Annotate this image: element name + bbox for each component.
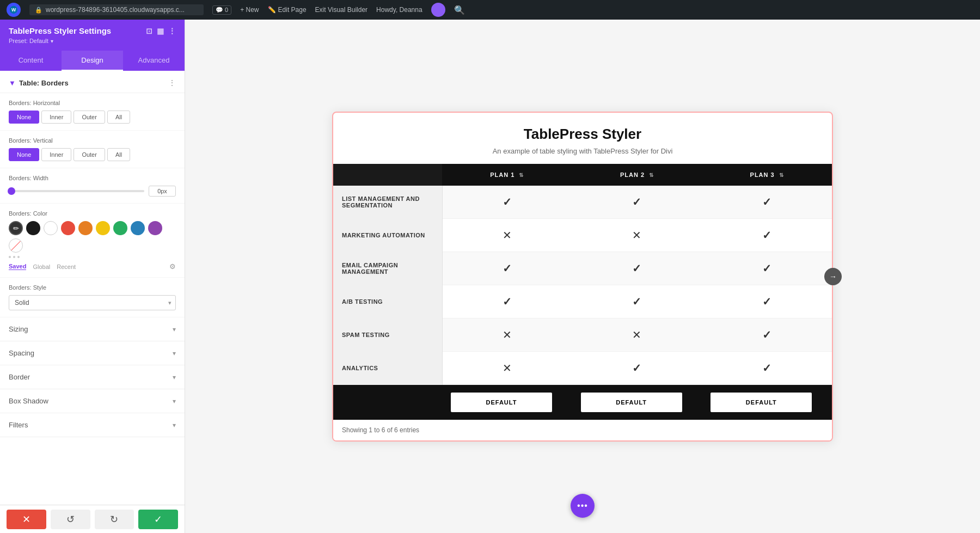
color-swatch-black[interactable] [26, 221, 40, 235]
check-icon: ✓ [762, 296, 771, 308]
cross-icon: ✕ [503, 229, 512, 241]
col-header-plan2[interactable]: PLAN 2 ⇅ [572, 164, 702, 186]
edit-page-button[interactable]: ✏️ Edit Page [268, 6, 307, 14]
cell-plan1-0: ✓ [442, 186, 572, 219]
color-swatch-clear[interactable] [9, 238, 23, 253]
color-tab-recent[interactable]: Recent [57, 264, 76, 270]
tab-design[interactable]: Design [62, 51, 123, 71]
footer-plan2-btn[interactable]: DEFAULT [581, 393, 682, 412]
sizing-section[interactable]: Sizing ▾ [0, 317, 185, 341]
color-swatch-purple[interactable] [148, 221, 162, 235]
table-row: LIST MANAGEMENT AND SEGMENTATION✓✓✓ [333, 186, 832, 219]
slider-thumb[interactable] [8, 187, 15, 195]
cell-plan2-2: ✓ [572, 252, 702, 285]
color-swatch-green[interactable] [113, 221, 127, 235]
new-button[interactable]: + New [240, 6, 259, 14]
cell-feature-5: ANALYTICS [333, 351, 442, 384]
border-v-outer[interactable]: Outer [74, 148, 105, 161]
bottom-bar: ✕ ↺ ↻ ✓ [0, 505, 185, 533]
check-icon: ✓ [503, 296, 512, 308]
filters-section[interactable]: Filters ▾ [0, 413, 185, 437]
box-shadow-section[interactable]: Box Shadow ▾ [0, 389, 185, 413]
redo-button[interactable]: ↻ [95, 510, 134, 529]
spacing-section[interactable]: Spacing ▾ [0, 341, 185, 365]
cell-plan3-2: ✓ [702, 252, 832, 285]
color-dot-2 [13, 256, 15, 258]
sort-icon-plan1: ⇅ [519, 172, 524, 178]
color-settings-icon[interactable]: ⚙ [169, 262, 176, 271]
color-tabs-row: Saved Global Recent ⚙ [9, 262, 176, 271]
border-v-none[interactable]: None [9, 148, 39, 161]
border-h-outer[interactable]: Outer [74, 111, 105, 124]
panel-content: ▼ Table: Borders ⋮ Borders: Horizontal N… [0, 71, 185, 505]
border-h-all[interactable]: All [107, 111, 130, 124]
border-label: Border [9, 373, 30, 381]
undo-button[interactable]: ↺ [51, 510, 90, 529]
panel-title-row: TablePress Styler Settings ⊡ ▦ ⋮ [9, 26, 176, 35]
comment-badge[interactable]: 💬 0 [212, 5, 231, 15]
spacing-label: Spacing [9, 349, 34, 357]
color-swatch-orange[interactable] [78, 221, 93, 235]
borders-style-label: Borders: Style [9, 284, 176, 291]
save-button[interactable]: ✓ [138, 510, 178, 529]
cell-plan3-5: ✓ [702, 351, 832, 384]
footer-plan3-btn[interactable]: DEFAULT [710, 393, 812, 412]
section-action-more[interactable]: ⋮ [168, 78, 176, 87]
check-icon: ✓ [632, 296, 641, 308]
floating-dots-button[interactable]: ••• [571, 494, 595, 518]
footer-plan1-btn[interactable]: DEFAULT [451, 393, 552, 412]
avatar[interactable] [431, 3, 445, 17]
color-swatch-white[interactable] [44, 221, 58, 235]
border-h-none[interactable]: None [9, 111, 39, 124]
borders-horizontal-label: Borders: Horizontal [9, 100, 176, 106]
cell-plan3-3: ✓ [702, 285, 832, 318]
border-v-all[interactable]: All [107, 148, 130, 161]
cell-feature-3: A/B TESTING [333, 285, 442, 318]
cell-feature-1: MARKETING AUTOMATION [333, 218, 442, 252]
border-h-inner[interactable]: Inner [41, 111, 71, 124]
check-icon: ✓ [762, 262, 771, 274]
wp-logo[interactable]: W [7, 3, 21, 17]
panel-icon-copy[interactable]: ⊡ [146, 27, 152, 35]
sort-icon-plan2: ⇅ [649, 172, 654, 178]
col-header-plan3[interactable]: PLAN 3 ⇅ [702, 164, 832, 186]
spacing-arrow-icon: ▾ [173, 350, 176, 357]
preset-row[interactable]: Preset: Default ▾ [9, 38, 176, 44]
borders-vertical-options: None Inner Outer All [9, 148, 176, 161]
tab-advanced[interactable]: Advanced [123, 51, 185, 71]
section-header-borders: ▼ Table: Borders ⋮ [0, 71, 185, 93]
cell-plan1-1: ✕ [442, 218, 572, 252]
col-header-plan1[interactable]: PLAN 1 ⇅ [442, 164, 572, 186]
sizing-label: Sizing [9, 325, 28, 333]
borders-style-select[interactable]: Solid [9, 295, 176, 310]
panel-icon-columns[interactable]: ▦ [157, 27, 164, 35]
border-v-inner[interactable]: Inner [41, 148, 71, 161]
borders-vertical-label: Borders: Vertical [9, 137, 176, 144]
col-header-feature[interactable] [333, 164, 442, 186]
table-row: EMAIL CAMPAIGN MANAGEMENT✓✓✓ [333, 252, 832, 285]
cell-plan2-0: ✓ [572, 186, 702, 219]
color-swatch-red[interactable] [61, 221, 75, 235]
exit-builder-button[interactable]: Exit Visual Builder [315, 6, 368, 14]
color-swatch-yellow[interactable] [96, 221, 110, 235]
cancel-button[interactable]: ✕ [7, 510, 46, 529]
footer-plan2-cell: DEFAULT [572, 384, 702, 420]
panel-icon-more[interactable]: ⋮ [168, 27, 176, 35]
borders-width-input[interactable] [149, 186, 176, 197]
side-arrow-button[interactable]: → [824, 268, 842, 285]
eyedropper-swatch[interactable]: ✏ [9, 221, 23, 235]
table-subtitle: An example of table styling with TablePr… [344, 147, 821, 155]
table-footer-row: DEFAULT DEFAULT DEFAULT [333, 384, 832, 420]
tab-content[interactable]: Content [0, 51, 62, 71]
search-icon[interactable]: 🔍 [454, 5, 465, 15]
cell-plan1-3: ✓ [442, 285, 572, 318]
color-swatch-blue[interactable] [131, 221, 145, 235]
border-section[interactable]: Border ▾ [0, 365, 185, 389]
color-tab-global[interactable]: Global [33, 264, 50, 270]
panel-title-icons: ⊡ ▦ ⋮ [146, 27, 176, 35]
slider-track[interactable] [9, 190, 144, 192]
footer-empty [333, 384, 442, 420]
check-icon: ✓ [632, 196, 641, 208]
color-tab-saved[interactable]: Saved [9, 263, 26, 270]
cell-plan2-5: ✓ [572, 351, 702, 384]
